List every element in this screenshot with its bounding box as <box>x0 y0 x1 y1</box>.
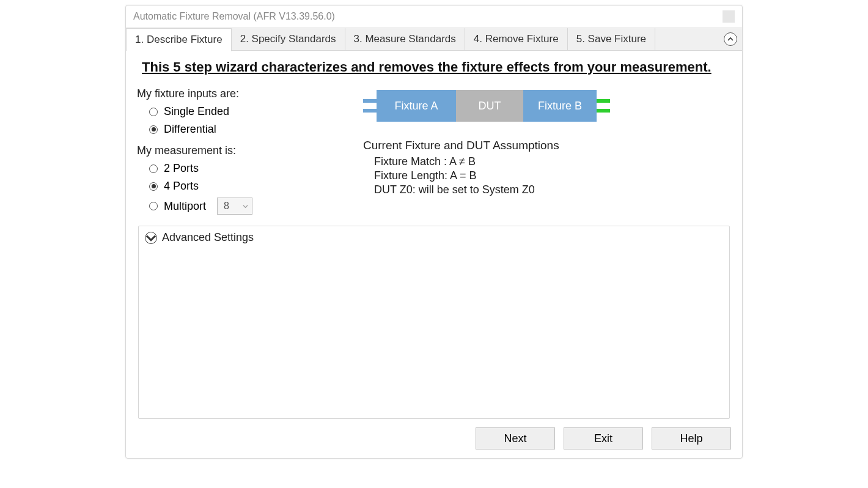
wizard-content: This 5 step wizard characterizes and rem… <box>126 51 742 421</box>
assumption-line: Fixture Match : A ≠ B <box>363 155 731 169</box>
radio-4-ports-label: 4 Ports <box>164 180 199 193</box>
tab-describe-fixture[interactable]: 1. Describe Fixture <box>126 28 232 51</box>
afr-wizard-window: Automatic Fixture Removal (AFR V13.39.56… <box>125 5 743 459</box>
radio-differential[interactable] <box>149 125 158 134</box>
fixture-a-block: Fixture A <box>377 90 456 122</box>
port-stub-right-2 <box>597 109 610 113</box>
fixture-diagram: Fixture A DUT Fixture B <box>363 89 731 123</box>
title-bar: Automatic Fixture Removal (AFR V13.39.56… <box>126 6 742 28</box>
fixture-inputs-label: My fixture inputs are: <box>137 87 339 100</box>
chevron-down-icon <box>145 232 157 244</box>
advanced-settings-panel: Advanced Settings <box>138 226 730 419</box>
radio-multiport[interactable] <box>149 202 158 210</box>
advanced-settings-toggle[interactable]: Advanced Settings <box>145 231 723 244</box>
tab-specify-standards[interactable]: 2. Specify Standards <box>232 28 345 50</box>
window-title: Automatic Fixture Removal (AFR V13.39.56… <box>133 11 335 22</box>
radio-2-ports-label: 2 Ports <box>164 162 199 175</box>
chevron-up-icon <box>727 36 734 42</box>
fixture-b-block: Fixture B <box>523 90 597 122</box>
tab-bar: 1. Describe Fixture 2. Specify Standards… <box>126 28 742 51</box>
tab-remove-fixture[interactable]: 4. Remove Fixture <box>465 28 568 50</box>
help-button[interactable]: Help <box>652 427 731 449</box>
multiport-count-value: 8 <box>224 201 229 212</box>
advanced-settings-label: Advanced Settings <box>162 231 254 244</box>
multiport-count-select[interactable]: 8 <box>217 198 252 215</box>
next-button[interactable]: Next <box>476 427 555 449</box>
tab-save-fixture[interactable]: 5. Save Fixture <box>568 28 655 50</box>
radio-single-ended[interactable] <box>149 108 158 116</box>
radio-4-ports[interactable] <box>149 182 158 191</box>
port-stub-left-1 <box>363 99 377 103</box>
port-stub-right-1 <box>597 99 610 103</box>
measurement-label: My measurement is: <box>137 144 339 157</box>
chevron-down-icon <box>243 204 248 209</box>
radio-multiport-label: Multiport <box>164 200 206 213</box>
radio-differential-label: Differential <box>164 123 216 136</box>
wizard-footer: Next Exit Help <box>126 421 742 458</box>
tab-measure-standards[interactable]: 3. Measure Standards <box>345 28 465 50</box>
radio-single-ended-label: Single Ended <box>164 105 229 118</box>
close-button[interactable] <box>723 10 735 23</box>
wizard-headline: This 5 step wizard characterizes and rem… <box>142 59 726 75</box>
assumptions-title: Current Fixture and DUT Assumptions <box>363 139 731 152</box>
exit-button[interactable]: Exit <box>564 427 643 449</box>
assumption-line: Fixture Length: A = B <box>363 169 731 183</box>
radio-2-ports[interactable] <box>149 165 158 173</box>
assumption-line: DUT Z0: will be set to System Z0 <box>363 183 731 197</box>
collapse-toggle[interactable] <box>724 32 737 46</box>
port-stub-left-2 <box>363 109 377 113</box>
dut-block: DUT <box>456 90 523 122</box>
